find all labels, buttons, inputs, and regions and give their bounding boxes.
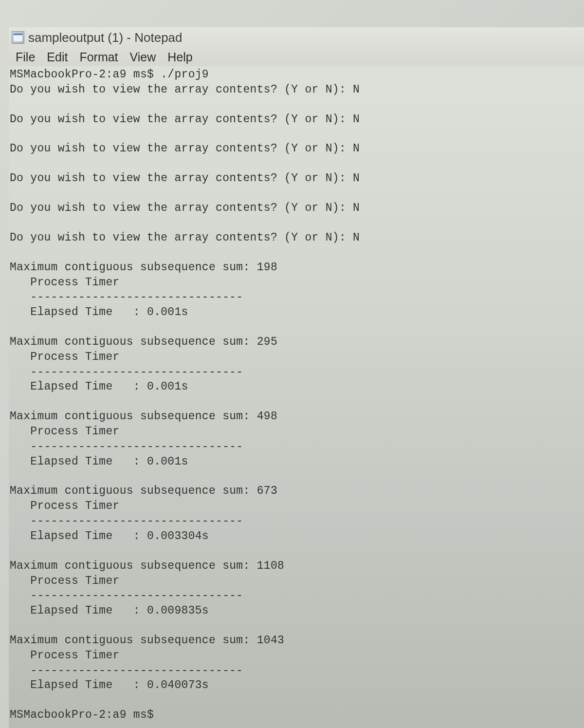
text-line: ------------------------------- <box>10 588 583 603</box>
text-line: Do you wish to view the array contents? … <box>10 171 583 186</box>
text-line: Elapsed Time : 0.003304s <box>10 529 583 544</box>
window-title: sampleoutput (1) - Notepad <box>28 30 182 45</box>
text-line: ------------------------------- <box>10 514 583 529</box>
text-line: Maximum contiguous subsequence sum: 498 <box>10 409 583 424</box>
text-line <box>10 156 583 171</box>
menu-edit[interactable]: Edit <box>41 48 73 66</box>
text-line: Maximum contiguous subsequence sum: 198 <box>10 260 583 275</box>
menu-help[interactable]: Help <box>162 48 198 66</box>
text-line: Process Timer <box>10 350 583 365</box>
text-line: Process Timer <box>10 499 583 514</box>
text-line <box>10 618 583 633</box>
notepad-window: sampleoutput (1) - Notepad File Edit For… <box>9 27 584 728</box>
title-bar[interactable]: sampleoutput (1) - Notepad <box>9 27 584 48</box>
text-line: ------------------------------- <box>10 290 583 305</box>
text-line: ------------------------------- <box>10 439 583 454</box>
text-line <box>10 97 583 112</box>
text-line: Process Timer <box>10 574 583 589</box>
text-line: Process Timer <box>10 648 583 663</box>
text-area[interactable]: MSMacbookPro-2:a9 ms$ ./proj9Do you wish… <box>9 66 584 724</box>
notepad-icon <box>12 31 24 44</box>
text-line: Do you wish to view the array contents? … <box>10 112 583 127</box>
text-line: Elapsed Time : 0.001s <box>10 305 583 320</box>
text-line <box>10 394 583 409</box>
text-line: Elapsed Time : 0.040073s <box>10 678 583 693</box>
menu-view[interactable]: View <box>124 48 162 66</box>
text-line <box>10 245 583 260</box>
text-line: MSMacbookPro-2:a9 ms$ ./proj9 <box>10 67 583 82</box>
text-line: Do you wish to view the array contents? … <box>10 141 583 156</box>
menu-format[interactable]: Format <box>73 48 124 66</box>
text-line <box>10 186 583 201</box>
text-line: Do you wish to view the array contents? … <box>10 230 583 245</box>
text-line: MSMacbookPro-2:a9 ms$ <box>10 708 583 723</box>
text-line: Elapsed Time : 0.001s <box>10 379 583 394</box>
text-line: Elapsed Time : 0.001s <box>10 454 583 469</box>
text-line: Elapsed Time : 0.009835s <box>10 603 583 618</box>
text-line <box>10 320 583 335</box>
text-line: Maximum contiguous subsequence sum: 1043 <box>10 633 583 648</box>
text-line: Process Timer <box>10 424 583 439</box>
text-line <box>10 127 583 141</box>
text-line <box>10 216 583 230</box>
text-line: Process Timer <box>10 275 583 290</box>
text-line: Maximum contiguous subsequence sum: 673 <box>10 484 583 499</box>
text-line <box>10 469 583 484</box>
text-line: ------------------------------- <box>10 663 583 678</box>
text-line <box>10 693 583 708</box>
menu-file[interactable]: File <box>10 48 41 66</box>
menu-bar: File Edit Format View Help <box>9 48 584 66</box>
text-line: Do you wish to view the array contents? … <box>10 82 583 97</box>
text-line <box>10 544 583 559</box>
text-line: Maximum contiguous subsequence sum: 295 <box>10 335 583 350</box>
text-line: ------------------------------- <box>10 365 583 380</box>
text-line: Do you wish to view the array contents? … <box>10 201 583 216</box>
text-line: Maximum contiguous subsequence sum: 1108 <box>10 559 583 574</box>
